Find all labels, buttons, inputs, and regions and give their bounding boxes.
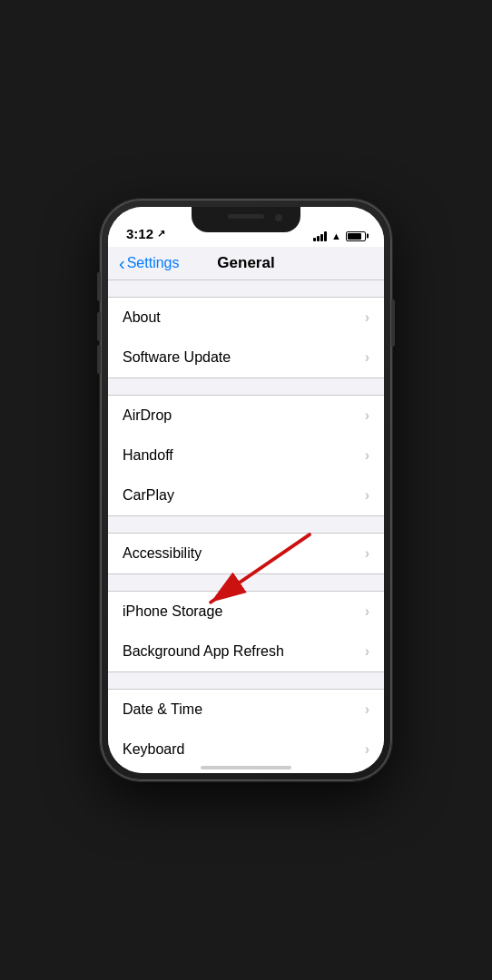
list-item-carplay[interactable]: CarPlay › (108, 475, 384, 515)
section-gap-2 (108, 516, 384, 533)
home-bar (201, 766, 291, 769)
background-refresh-chevron-icon: › (365, 643, 369, 660)
signal-bars (313, 230, 327, 241)
date-time-label: Date & Time (123, 701, 202, 718)
section-storage: iPhone Storage › Background App Refresh … (108, 591, 384, 672)
list-item-software-update[interactable]: Software Update › (108, 338, 384, 377)
page-title: General (217, 254, 274, 272)
list-item-airdrop[interactable]: AirDrop › (108, 396, 384, 436)
handoff-chevron-icon: › (365, 447, 369, 464)
section-gap-1 (108, 378, 384, 395)
home-indicator[interactable] (108, 760, 384, 773)
battery-icon (346, 231, 366, 241)
keyboard-chevron-icon: › (365, 741, 369, 758)
carplay-chevron-icon: › (365, 487, 369, 504)
speaker (228, 214, 264, 219)
nav-bar: ‹ Settings General (108, 247, 384, 280)
list-item-about[interactable]: About › (108, 298, 384, 338)
section-gap-top (108, 280, 384, 297)
about-chevron-icon: › (365, 309, 369, 326)
airdrop-label: AirDrop (123, 407, 172, 424)
camera (275, 214, 282, 221)
software-update-chevron-icon: › (365, 349, 369, 366)
list-item-iphone-storage[interactable]: iPhone Storage › (108, 592, 384, 632)
time-label: 3:12 (126, 226, 153, 241)
status-time: 3:12 ↗ (126, 226, 165, 241)
about-label: About (123, 309, 161, 326)
list-item-accessibility[interactable]: Accessibility › (108, 534, 384, 573)
handoff-label: Handoff (123, 447, 173, 464)
accessibility-chevron-icon: › (365, 545, 369, 562)
carplay-label: CarPlay (123, 487, 174, 504)
section-connectivity: AirDrop › Handoff › CarPlay › (108, 395, 384, 516)
status-bar: 3:12 ↗ ▲ (108, 207, 384, 247)
accessibility-label: Accessibility (123, 545, 202, 562)
back-label: Settings (127, 255, 180, 271)
section-about: About › Software Update › (108, 297, 384, 378)
iphone-storage-chevron-icon: › (365, 603, 369, 620)
software-update-label: Software Update (123, 349, 231, 366)
list-item-keyboard[interactable]: Keyboard › (108, 730, 384, 760)
location-icon: ↗ (157, 228, 165, 240)
notch (192, 207, 300, 232)
list-item-date-time[interactable]: Date & Time › (108, 690, 384, 730)
background-refresh-label: Background App Refresh (123, 643, 284, 660)
scroll-content[interactable]: About › Software Update › AirDrop › Hand… (108, 280, 384, 760)
date-time-chevron-icon: › (365, 701, 369, 718)
back-chevron-icon: ‹ (119, 254, 125, 272)
section-gap-3 (108, 574, 384, 591)
section-locale: Date & Time › Keyboard › Language & Regi… (108, 689, 384, 760)
airdrop-chevron-icon: › (365, 407, 369, 424)
list-item-handoff[interactable]: Handoff › (108, 436, 384, 475)
back-button[interactable]: ‹ Settings (119, 255, 179, 272)
section-gap-4 (108, 672, 384, 689)
wifi-icon: ▲ (331, 230, 341, 241)
phone-frame: 3:12 ↗ ▲ ‹ Settings General (101, 200, 391, 780)
list-item-background-refresh[interactable]: Background App Refresh › (108, 632, 384, 671)
section-accessibility: Accessibility › (108, 533, 384, 574)
iphone-storage-label: iPhone Storage (123, 603, 222, 620)
keyboard-label: Keyboard (123, 741, 185, 758)
phone-screen: 3:12 ↗ ▲ ‹ Settings General (108, 207, 384, 773)
status-icons: ▲ (313, 230, 366, 241)
